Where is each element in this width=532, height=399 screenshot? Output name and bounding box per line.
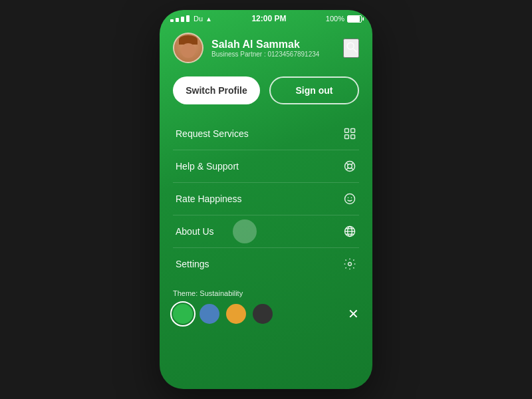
menu-label-about-us: About Us: [176, 226, 214, 237]
profile-name: Salah Al Sammak: [211, 39, 319, 51]
menu-list: Request Services Help & Support Rate Hap…: [160, 118, 372, 280]
signal-bars: [170, 15, 190, 22]
svg-rect-3: [351, 129, 355, 133]
svg-point-13: [348, 198, 349, 199]
search-button[interactable]: [343, 39, 359, 58]
switch-profile-button[interactable]: Switch Profile: [173, 76, 260, 104]
svg-point-12: [345, 194, 355, 204]
svg-point-0: [347, 43, 354, 49]
svg-rect-2: [345, 129, 349, 133]
status-right: 100%: [326, 15, 362, 23]
lifering-icon: [343, 160, 356, 173]
gear-icon: [343, 257, 356, 271]
svg-line-11: [346, 168, 348, 169]
menu-label-help-support: Help & Support: [176, 161, 239, 172]
menu-item-help-support[interactable]: Help & Support: [173, 150, 359, 183]
svg-point-14: [351, 198, 352, 199]
svg-line-1: [353, 49, 356, 52]
svg-point-20: [348, 263, 352, 266]
menu-item-settings[interactable]: Settings: [173, 248, 359, 280]
theme-colors: ✕: [173, 304, 359, 324]
battery-icon: [347, 15, 362, 23]
svg-line-8: [346, 163, 348, 164]
carrier-name: Du: [194, 15, 203, 23]
status-bar: Du ▲ 12:00 PM 100%: [160, 10, 372, 26]
phone-frame: Du ▲ 12:00 PM 100% Salah Al Sammak Busin…: [160, 10, 372, 389]
svg-line-10: [351, 163, 352, 164]
svg-point-6: [345, 162, 355, 172]
color-option-green[interactable]: [173, 304, 193, 324]
avatar: [173, 33, 203, 63]
search-icon: [344, 40, 358, 53]
status-time: 12:00 PM: [251, 14, 286, 23]
svg-point-7: [348, 164, 352, 169]
action-buttons: Switch Profile Sign out: [160, 72, 372, 118]
color-option-black[interactable]: [253, 304, 273, 324]
grid-icon: [343, 127, 356, 140]
smiley-icon: [343, 192, 356, 205]
battery-percent: 100%: [326, 15, 344, 23]
profile-section: Salah Al Sammak Business Partner : 01234…: [160, 26, 372, 72]
profile-role: Business Partner : 01234567891234: [211, 51, 319, 58]
sign-out-button[interactable]: Sign out: [269, 76, 359, 104]
battery-fill: [348, 16, 360, 22]
menu-label-settings: Settings: [176, 259, 209, 269]
menu-label-request-services: Request Services: [176, 128, 249, 139]
svg-rect-4: [345, 135, 349, 139]
theme-section: Theme: Sustainability ✕: [160, 280, 372, 331]
profile-info: Salah Al Sammak Business Partner : 01234…: [211, 39, 319, 58]
color-option-orange[interactable]: [226, 304, 246, 324]
menu-item-request-services[interactable]: Request Services: [173, 118, 359, 150]
menu-item-rate-happiness[interactable]: Rate Happiness: [173, 183, 359, 215]
menu-item-about-us[interactable]: About Us: [173, 215, 359, 248]
svg-rect-5: [351, 135, 355, 139]
status-left: Du ▲: [170, 15, 212, 23]
theme-label: Theme: Sustainability: [173, 289, 359, 297]
svg-line-9: [351, 168, 352, 169]
avatar-face: [174, 34, 202, 62]
touch-ripple: [233, 219, 257, 243]
wifi-icon: ▲: [205, 15, 212, 23]
close-theme-button[interactable]: ✕: [348, 306, 359, 322]
globe-icon: [343, 225, 356, 238]
color-option-blue[interactable]: [200, 304, 219, 324]
menu-label-rate-happiness: Rate Happiness: [176, 194, 242, 204]
profile-left: Salah Al Sammak Business Partner : 01234…: [173, 33, 319, 63]
